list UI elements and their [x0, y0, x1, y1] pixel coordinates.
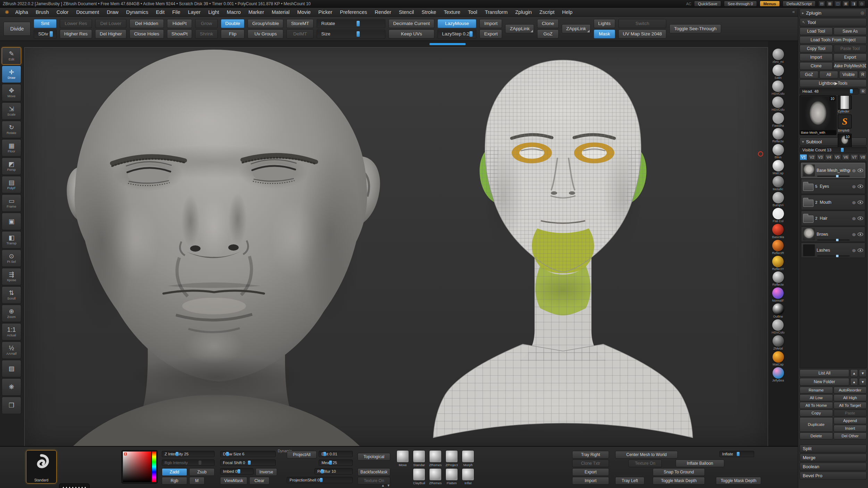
- subtool-action-button[interactable]: Duplicate: [800, 417, 833, 432]
- draw-pointer-button[interactable]: ✛ Draw: [2, 66, 21, 83]
- grab-document-button[interactable]: ▣: [2, 213, 21, 230]
- material-swatch[interactable]: HSVColo: [771, 319, 784, 335]
- import-button[interactable]: Import: [572, 477, 609, 485]
- mean-slider[interactable]: Mean 25: [319, 460, 353, 466]
- subtool-action-button[interactable]: Insert: [834, 425, 867, 432]
- clone-txtr-button[interactable]: Clone Txtr: [572, 460, 609, 467]
- default-zscript-button[interactable]: DefaultZScript: [783, 1, 816, 7]
- gizmo-cube-button[interactable]: ❒: [2, 397, 21, 414]
- toolbar-button[interactable]: Export: [479, 30, 502, 39]
- folder-down-button[interactable]: ▼: [859, 378, 867, 386]
- toolbar-button[interactable]: ZAppLink: [505, 24, 534, 33]
- subtool-base-mesh[interactable]: Base Mesh_withgrps ⊛: [801, 163, 865, 178]
- move-up-button[interactable]: ▲: [850, 369, 858, 377]
- zoom-button[interactable]: ⊕ Zoom: [2, 305, 21, 322]
- palette-dock-icon[interactable]: ◨: [850, 1, 857, 7]
- material-swatch[interactable]: Blinn: [773, 144, 784, 159]
- aa-half-button[interactable]: ½ AAHalf: [2, 342, 21, 359]
- toolbar-button[interactable]: Mask: [594, 30, 615, 39]
- gear-icon[interactable]: ⊛: [852, 168, 856, 173]
- menu-item[interactable]: Zscript: [536, 9, 558, 16]
- eye-visibility-icon[interactable]: [858, 233, 863, 236]
- perspective-button[interactable]: ◩ Persp: [2, 158, 21, 175]
- material-swatch[interactable]: Reflecte: [772, 271, 784, 287]
- material-swatch[interactable]: Satin: [773, 65, 784, 80]
- subtool-action-button[interactable]: Del Other: [834, 432, 867, 439]
- subtool-action-button[interactable]: Append: [834, 417, 867, 424]
- move-down-button[interactable]: ▼: [859, 369, 867, 377]
- tool-button[interactable]: Paste Tool: [834, 45, 867, 52]
- visibility-tab[interactable]: V3: [817, 154, 824, 160]
- tool-button[interactable]: All: [819, 71, 838, 78]
- topological-button[interactable]: Topological: [358, 453, 390, 461]
- subtool-folder-hair[interactable]: 2 Hair ⊛: [801, 211, 865, 226]
- subtool-action-button[interactable]: Paste: [834, 410, 867, 417]
- draw-size-slider[interactable]: Draw Size 6: [220, 451, 276, 457]
- backface-mask-button[interactable]: BackfaceMask: [358, 468, 390, 476]
- rgb-button[interactable]: Rgb: [162, 477, 187, 485]
- material-swatch[interactable]: NormalF: [772, 287, 784, 303]
- subtool-action-button[interactable]: Rename: [800, 387, 833, 394]
- toolbar-button[interactable]: Switch: [618, 19, 667, 28]
- folder-up-button[interactable]: ▲: [850, 378, 858, 386]
- menu-item[interactable]: Movie: [294, 9, 314, 16]
- tool-button[interactable]: Load Tools From Project: [800, 36, 867, 44]
- toolbar-button[interactable]: ShowPt: [167, 30, 192, 39]
- toggle-mask-depth-button[interactable]: Toggle Mask Depth: [653, 477, 705, 485]
- snap-to-ground-button[interactable]: Snap To Ground: [653, 468, 705, 476]
- menu-item[interactable]: Texture: [440, 9, 464, 16]
- toolbar-button[interactable]: Del Higher: [95, 30, 126, 39]
- toolbar-button[interactable]: DelMT: [286, 30, 314, 39]
- subtool-lashes[interactable]: Lashes ⊛: [801, 243, 865, 258]
- current-brush-thumbnail[interactable]: Standard: [26, 450, 57, 483]
- eye-visibility-icon[interactable]: [858, 201, 863, 204]
- menu-item[interactable]: Edit: [152, 9, 168, 16]
- toolbar-button[interactable]: Flip: [221, 30, 245, 39]
- tool-button[interactable]: Export: [834, 53, 867, 61]
- tool-button[interactable]: Import: [800, 53, 833, 61]
- material-swatch[interactable]: zbro_mi: [773, 49, 784, 64]
- head-tool-slider[interactable]: Head. 48: [800, 88, 859, 94]
- menu-item[interactable]: Stencil: [395, 9, 418, 16]
- tool-thumb-simplebrush[interactable]: S SimpleB: [838, 115, 852, 132]
- focal-shift-slider[interactable]: Focal Shift 0: [220, 460, 276, 466]
- tool-button[interactable]: Make PolyMesh3D: [834, 62, 867, 70]
- quick-brush[interactable]: Morph: [460, 450, 476, 467]
- see-through-slider[interactable]: See-through 0: [724, 1, 757, 7]
- subpalette-header[interactable]: Bevel Pro: [800, 472, 867, 480]
- toolbar-button[interactable]: Lights: [594, 19, 615, 28]
- project-all-button[interactable]: ProjectAll: [287, 451, 317, 458]
- visibility-tab[interactable]: V5: [834, 154, 841, 160]
- subtool-mini-slider[interactable]: [817, 239, 850, 241]
- gear-icon[interactable]: ⊛: [852, 184, 856, 189]
- toolbar-button[interactable]: Keep UVs: [389, 30, 434, 39]
- toolbar-button[interactable]: Grow: [195, 19, 217, 28]
- scroll-button[interactable]: ⇅ Scroll: [2, 286, 21, 304]
- menu-item[interactable]: Alpha: [12, 9, 32, 16]
- viewmask-button[interactable]: ViewMask: [220, 477, 247, 485]
- move-button[interactable]: ✥ Move: [2, 84, 21, 101]
- quick-brush[interactable]: Flatten: [444, 468, 459, 485]
- palette-menu-icon[interactable]: ◎: [861, 10, 864, 15]
- polyframe-button[interactable]: ▤ PolyF: [2, 176, 21, 193]
- subtool-action-button[interactable]: All To Target: [834, 402, 867, 409]
- toolbar-button[interactable]: Toggle See-Through: [669, 24, 721, 33]
- menu-item[interactable]: Marker: [245, 9, 267, 16]
- eye-visibility-icon[interactable]: [858, 249, 863, 252]
- toolbar-button[interactable]: Smt: [34, 19, 57, 28]
- transparency-button[interactable]: ◧ Transp: [2, 231, 21, 249]
- projection-shell-slider[interactable]: ProjectionShell 0: [287, 477, 353, 483]
- pa-blur-slider[interactable]: PA Blur 10: [315, 468, 353, 474]
- edit-object-button[interactable]: ✎ Edit: [2, 47, 21, 65]
- scale-button[interactable]: ⇲ Scale: [2, 102, 21, 120]
- see-through-shelf-button[interactable]: ❋: [2, 378, 21, 396]
- toolbar-button[interactable]: GroupVisible: [248, 19, 283, 28]
- point-select-button[interactable]: ⊙ Pt Sel: [2, 250, 21, 267]
- subtool-folder-eyes[interactable]: 5 Eyes ⊛: [801, 179, 865, 194]
- menu-item[interactable]: Light: [205, 9, 223, 16]
- dist-slider[interactable]: Dist 0.01: [319, 451, 353, 457]
- material-swatch[interactable]: MatCap: [773, 160, 784, 175]
- texture-on-macro-button[interactable]: Texture On: [628, 460, 662, 467]
- material-swatch[interactable]: JellyBea: [772, 367, 784, 382]
- panel-icon[interactable]: ▣: [842, 1, 849, 7]
